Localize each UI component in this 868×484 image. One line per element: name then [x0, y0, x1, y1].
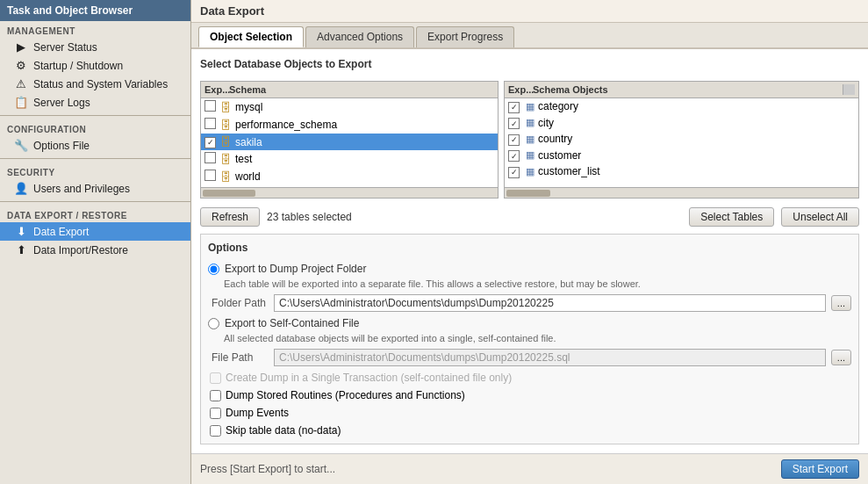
objects-panel: Exp... Schema Objects ▦ category ▦ city	[504, 81, 859, 199]
schema-cb-test[interactable]	[204, 152, 220, 166]
schema-name-world: world	[235, 170, 494, 183]
management-section-label: MANAGEMENT	[0, 21, 190, 38]
sidebar-title: Task and Object Browser	[0, 0, 190, 21]
objects-scroll-thumb	[506, 190, 550, 197]
object-name-category: category	[538, 100, 855, 112]
sidebar-item-status-variables[interactable]: ⚠ Status and System Variables	[0, 75, 190, 93]
object-row-city[interactable]: ▦ city	[505, 115, 858, 132]
main-panel: Data Export Object Selection Advanced Op…	[191, 0, 868, 484]
dump-routines-label: Dump Stored Routines (Procedures and Fun…	[226, 389, 465, 401]
dump-events-label: Dump Events	[226, 407, 289, 419]
sidebar-item-data-import[interactable]: ⬆ Data Import/Restore	[0, 241, 190, 259]
tab-advanced-options[interactable]: Advanced Options	[305, 26, 414, 47]
divider-2	[0, 158, 190, 159]
object-cb-category[interactable]	[508, 100, 526, 113]
schema-cb-world[interactable]	[204, 170, 220, 184]
object-row-customer-list[interactable]: ▦ customer_list	[505, 163, 858, 180]
footer-bar: Press [Start Export] to start... Start E…	[191, 453, 868, 484]
sidebar-item-users-privileges[interactable]: 👤 Users and Privileges	[0, 179, 190, 198]
schema-panel: Exp... Schema 🗄 mysql 🗄 performance_sche…	[200, 81, 499, 199]
sidebar-item-data-export[interactable]: ⬇ Data Export	[0, 222, 190, 241]
footer-hint: Press [Start Export] to start...	[200, 463, 335, 475]
folder-browse-button[interactable]: ...	[831, 295, 851, 311]
object-name-customer-list: customer_list	[538, 165, 855, 177]
export-dump-radio[interactable]	[208, 264, 219, 275]
status-vars-icon: ⚠	[14, 77, 28, 90]
export-single-radio[interactable]	[208, 318, 219, 329]
refresh-button[interactable]: Refresh	[200, 207, 260, 227]
object-row-category[interactable]: ▦ category	[505, 98, 858, 115]
options-heading: Options	[208, 242, 851, 254]
single-transaction-checkbox[interactable]	[210, 372, 221, 384]
object-row-country[interactable]: ▦ country	[505, 131, 858, 148]
object-cb-customer-list[interactable]	[508, 165, 526, 178]
users-icon: 👤	[14, 182, 28, 195]
dump-routines-checkbox[interactable]	[210, 390, 221, 401]
schema-icon-sakila: 🗄	[220, 135, 232, 148]
object-cb-city[interactable]	[508, 117, 526, 130]
schema-cb-mysql[interactable]	[204, 100, 220, 114]
object-name-city: city	[538, 117, 855, 129]
schema-col-exp: Exp...	[204, 84, 229, 95]
schema-icon-test: 🗄	[220, 153, 232, 166]
schema-cb-performance[interactable]	[204, 118, 220, 132]
schema-scroll-thumb	[203, 190, 255, 197]
skip-table-data-checkbox[interactable]	[210, 425, 221, 437]
object-selection-heading: Select Database Objects to Export	[200, 58, 859, 70]
export-single-option[interactable]: Export to Self-Contained File	[208, 317, 851, 329]
sidebar-item-server-status[interactable]: ▶ Server Status	[0, 38, 190, 56]
tab-object-selection[interactable]: Object Selection	[198, 26, 304, 47]
schema-row-performance[interactable]: 🗄 performance_schema	[201, 116, 498, 134]
sidebar-label-data-import: Data Import/Restore	[33, 244, 128, 256]
security-section-label: SECURITY	[0, 163, 190, 179]
object-row-customer[interactable]: ▦ customer	[505, 148, 858, 164]
export-dump-desc: Each table will be exported into a separ…	[224, 278, 851, 289]
file-path-input[interactable]	[274, 349, 826, 366]
dump-events-checkbox[interactable]	[210, 408, 221, 419]
schema-name-test: test	[235, 153, 494, 165]
schema-name-performance: performance_schema	[235, 119, 494, 131]
file-browse-button[interactable]: ...	[831, 350, 851, 365]
table-icon-customer-list: ▦	[526, 166, 534, 177]
sidebar-item-server-logs[interactable]: 📋 Server Logs	[0, 93, 190, 112]
object-name-country: country	[538, 133, 855, 145]
objects-col-name: Schema Objects	[533, 84, 843, 95]
divider-3	[0, 201, 190, 202]
objects-scrollbar-x[interactable]	[505, 187, 858, 198]
schema-scrollbar-x[interactable]	[201, 187, 498, 198]
object-cb-country[interactable]	[508, 133, 526, 146]
schema-icon-world: 🗄	[220, 170, 232, 184]
schema-icon-performance: 🗄	[220, 119, 232, 132]
objects-scrollbar-up[interactable]	[843, 84, 855, 95]
file-path-row: File Path ...	[212, 349, 851, 366]
tables-area: Exp... Schema 🗄 mysql 🗄 performance_sche…	[200, 81, 859, 199]
sidebar-label-server-logs: Server Logs	[33, 97, 90, 109]
schema-row-test[interactable]: 🗄 test	[201, 150, 498, 168]
folder-path-input[interactable]	[274, 294, 826, 312]
schema-col-name: Schema	[229, 84, 494, 95]
schema-row-sakila[interactable]: 🗄 sakila	[201, 134, 498, 150]
schema-list: 🗄 mysql 🗄 performance_schema 🗄 sakila	[201, 98, 498, 187]
export-dump-label: Export to Dump Project Folder	[225, 263, 366, 275]
server-status-icon: ▶	[14, 40, 28, 54]
object-cb-customer[interactable]	[508, 149, 526, 163]
tab-bar: Object Selection Advanced Options Export…	[191, 23, 868, 49]
data-export-icon: ⬇	[14, 225, 28, 238]
start-export-button[interactable]: Start Export	[781, 459, 859, 479]
sidebar-label-data-export: Data Export	[33, 226, 89, 238]
unselect-all-button[interactable]: Unselect All	[781, 207, 859, 227]
sidebar-item-startup-shutdown[interactable]: ⚙ Startup / Shutdown	[0, 56, 190, 75]
select-tables-button[interactable]: Select Tables	[689, 207, 774, 227]
export-dump-option[interactable]: Export to Dump Project Folder	[208, 263, 851, 275]
schema-row-world[interactable]: 🗄 world	[201, 168, 498, 185]
sidebar-item-options-file[interactable]: 🔧 Options File	[0, 136, 190, 155]
skip-table-data-label: Skip table data (no-data)	[226, 424, 341, 437]
checkbox-dump-events: Dump Events	[210, 407, 851, 419]
folder-path-row: Folder Path ...	[212, 294, 851, 312]
configuration-section-label: CONFIGURATION	[0, 119, 190, 136]
tables-action-row: Refresh 23 tables selected Select Tables…	[200, 207, 859, 227]
tab-export-progress[interactable]: Export Progress	[416, 26, 514, 47]
schema-cb-sakila[interactable]	[204, 135, 220, 148]
options-file-icon: 🔧	[14, 139, 28, 152]
schema-row-mysql[interactable]: 🗄 mysql	[201, 98, 498, 116]
